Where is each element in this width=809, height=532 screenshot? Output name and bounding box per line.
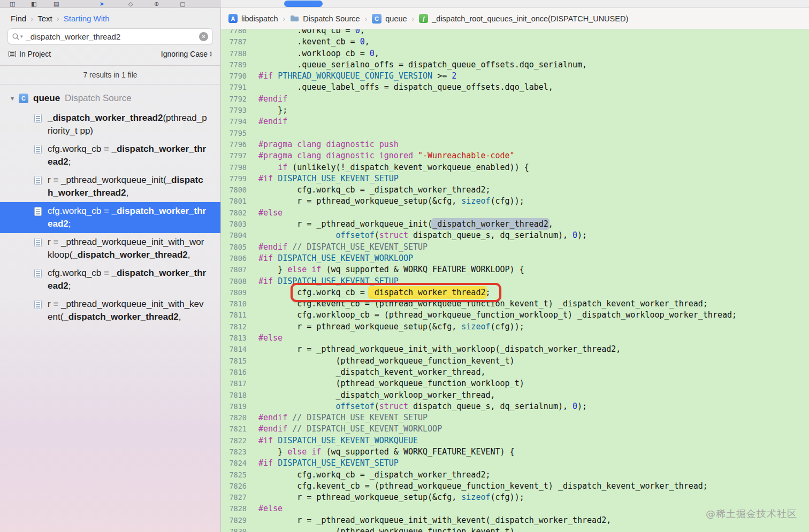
line-number: 7796 bbox=[221, 139, 247, 150]
code-line: 7808#if DISPATCH_USE_KEVENT_SETUP bbox=[221, 276, 809, 287]
search-result-item[interactable]: _dispatch_worker_thread2(pthread_priorit… bbox=[0, 109, 220, 140]
code-line: 7822#if DISPATCH_USE_KEVENT_WORKQUEUE bbox=[221, 435, 809, 446]
search-result-item[interactable]: cfg.workq_cb = _dispatch_worker_thread2; bbox=[0, 264, 220, 295]
search-icon bbox=[12, 33, 19, 40]
code-line: 7826 cfg.kevent_cb = (pthread_workqueue_… bbox=[221, 481, 809, 492]
result-text: r = _pthread_workqueue_init(_dispatch_wo… bbox=[48, 174, 208, 199]
breadcrumb-chevron-icon: › bbox=[283, 14, 286, 23]
code-text: .workq_cb = 0, bbox=[258, 29, 365, 36]
code-line: 7811 cfg.workloop_cb = (pthread_workqueu… bbox=[221, 310, 809, 321]
file-group-header[interactable]: ▾ C queue Dispatch Source bbox=[0, 88, 220, 109]
code-line: 7820#endif // DISPATCH_USE_KEVENT_SETUP bbox=[221, 412, 809, 423]
document-icon bbox=[34, 269, 42, 278]
chevron-separator-icon: › bbox=[30, 14, 33, 23]
search-result-item[interactable]: cfg.workq_cb = _dispatch_worker_thread2; bbox=[0, 202, 220, 233]
code-line: 7792#endif bbox=[221, 94, 809, 105]
search-query-text[interactable]: _dispatch_worker_thread2 bbox=[26, 32, 199, 41]
breadcrumb-label: queue bbox=[385, 14, 407, 23]
code-line: 7816 _dispatch_kevent_worker_thread, bbox=[221, 367, 809, 378]
line-number: 7808 bbox=[221, 276, 247, 287]
code-text: r = _pthread_workqueue_init_with_kevent(… bbox=[258, 515, 611, 526]
search-menu-chevron-icon[interactable]: ▾ bbox=[20, 34, 23, 39]
code-text: cfg.workq_cb = _dispatch_worker_thread2; bbox=[258, 287, 491, 298]
line-number: 7829 bbox=[221, 515, 247, 526]
search-row: ▾ _dispatch_worker_thread2 × bbox=[0, 28, 220, 44]
case-sensitivity-popup[interactable]: Ignoring Case ▴▾ bbox=[161, 50, 212, 58]
panel-icon[interactable]: ◫ bbox=[10, 0, 15, 8]
square-icon[interactable]: ▢ bbox=[180, 0, 185, 8]
code-text: r = pthread_workqueue_setup(&cfg, sizeof… bbox=[258, 321, 524, 333]
pointer-icon[interactable]: ➤ bbox=[100, 0, 104, 8]
breadcrumb-chevron-icon: › bbox=[365, 14, 368, 23]
line-number: 7811 bbox=[221, 310, 247, 321]
line-number: 7822 bbox=[221, 435, 247, 446]
line-number: 7813 bbox=[221, 333, 247, 344]
line-number: 7788 bbox=[221, 48, 247, 59]
scope-in-project-label: In Project bbox=[19, 50, 51, 58]
editor-pane: Alibdispatch›Dispatch Source›Cqueue›ƒ_di… bbox=[221, 8, 809, 532]
code-line: 7791 .queue_label_offs = dispatch_queue_… bbox=[221, 82, 809, 93]
line-number: 7826 bbox=[221, 481, 247, 492]
split-icon[interactable]: ◧ bbox=[31, 0, 36, 8]
breadcrumb-item[interactable]: Alibdispatch bbox=[228, 14, 278, 23]
line-number: 7828 bbox=[221, 503, 247, 514]
code-text: .workloop_cb = 0, bbox=[258, 48, 379, 59]
code-text: #endif // DISPATCH_USE_KEVENT_SETUP bbox=[258, 412, 428, 423]
search-result-item[interactable]: r = _pthread_workqueue_init(_dispatch_wo… bbox=[0, 171, 220, 202]
code-line: 7821#endif // DISPATCH_USE_KEVENT_WORKLO… bbox=[221, 423, 809, 435]
code-editor[interactable]: 7786 .workq_cb = 0,7787 .kevent_cb = 0,7… bbox=[221, 29, 809, 532]
document-icon bbox=[34, 145, 42, 154]
code-lines: 7786 .workq_cb = 0,7787 .kevent_cb = 0,7… bbox=[221, 29, 809, 532]
find-navigator: Find›Text›Starting With ▾ _dispatch_work… bbox=[0, 8, 221, 532]
add-icon[interactable]: ⊕ bbox=[154, 0, 159, 8]
code-line: 7786 .workq_cb = 0, bbox=[221, 29, 809, 36]
line-number: 7793 bbox=[221, 105, 247, 116]
search-input[interactable]: ▾ _dispatch_worker_thread2 × bbox=[7, 28, 213, 44]
breadcrumb-chevron-icon: › bbox=[412, 14, 415, 23]
clear-search-button[interactable]: × bbox=[199, 32, 208, 41]
code-text: _dispatch_workloop_worker_thread, bbox=[258, 390, 495, 401]
code-line: 7802#else bbox=[221, 207, 809, 219]
code-text: #if DISPATCH_USE_KEVENT_WORKLOOP bbox=[258, 253, 413, 264]
scope-find[interactable]: Find bbox=[11, 14, 26, 23]
code-text: if (unlikely(!_dispatch_kevent_workqueue… bbox=[258, 162, 529, 173]
line-number: 7825 bbox=[221, 469, 247, 481]
code-line: 7830 (pthread_workqueue_function_kevent_… bbox=[221, 526, 809, 532]
code-line: 7814 r = _pthread_workqueue_init_with_wo… bbox=[221, 344, 809, 355]
list-icon[interactable]: ▤ bbox=[54, 0, 59, 8]
search-result-item[interactable]: r = _pthread_workqueue_init_with_workloo… bbox=[0, 233, 220, 264]
toolbar: ◫◧▤➤◇⊕▢ bbox=[0, 0, 809, 8]
code-text: #else bbox=[258, 503, 283, 514]
scope-text[interactable]: Text bbox=[37, 14, 52, 23]
scope-in-project-button[interactable]: In Project bbox=[9, 50, 51, 58]
c-file-icon: C bbox=[19, 94, 28, 103]
diamond-icon[interactable]: ◇ bbox=[128, 0, 133, 8]
breadcrumb-item[interactable]: ƒ_dispatch_root_queues_init_once(DISPATC… bbox=[419, 14, 628, 23]
line-number: 7827 bbox=[221, 492, 247, 503]
line-number: 7824 bbox=[221, 458, 247, 469]
code-text: #if DISPATCH_USE_KEVENT_SETUP bbox=[258, 276, 399, 287]
code-line: 7810 cfg.kevent_cb = (pthread_workqueue_… bbox=[221, 298, 809, 310]
case-sensitivity-label: Ignoring Case bbox=[161, 50, 208, 58]
active-tab-pill[interactable] bbox=[284, 1, 323, 7]
search-result-item[interactable]: cfg.workq_cb = _dispatch_worker_thread2; bbox=[0, 140, 220, 171]
scope-starting-with[interactable]: Starting With bbox=[64, 14, 110, 23]
breadcrumb-item[interactable]: Dispatch Source bbox=[290, 14, 360, 23]
line-number: 7821 bbox=[221, 423, 247, 435]
document-icon bbox=[34, 238, 42, 247]
find-scope-bar: Find›Text›Starting With bbox=[0, 8, 220, 28]
search-result-item[interactable]: r = _pthread_workqueue_init_with_kevent(… bbox=[0, 295, 220, 326]
code-text: #else bbox=[258, 207, 283, 219]
code-text: r = _pthread_workqueue_init(_dispatch_wo… bbox=[258, 219, 553, 230]
code-text: r = pthread_workqueue_setup(&cfg, sizeof… bbox=[258, 492, 524, 503]
results-summary: 7 results in 1 file bbox=[0, 65, 220, 84]
breadcrumb-label: libdispatch bbox=[241, 14, 278, 23]
line-number: 7810 bbox=[221, 298, 247, 310]
breadcrumb-item[interactable]: Cqueue bbox=[372, 14, 407, 24]
code-line: 7797#pragma clang diagnostic ignored "-W… bbox=[221, 150, 809, 161]
code-line: 7823 } else if (wq_supported & WORKQ_FEA… bbox=[221, 446, 809, 458]
result-text: r = _pthread_workqueue_init_with_kevent(… bbox=[48, 298, 208, 323]
code-text: #endif bbox=[258, 94, 287, 105]
code-line: 7812 r = pthread_workqueue_setup(&cfg, s… bbox=[221, 321, 809, 333]
disclosure-triangle-icon[interactable]: ▾ bbox=[11, 95, 14, 102]
